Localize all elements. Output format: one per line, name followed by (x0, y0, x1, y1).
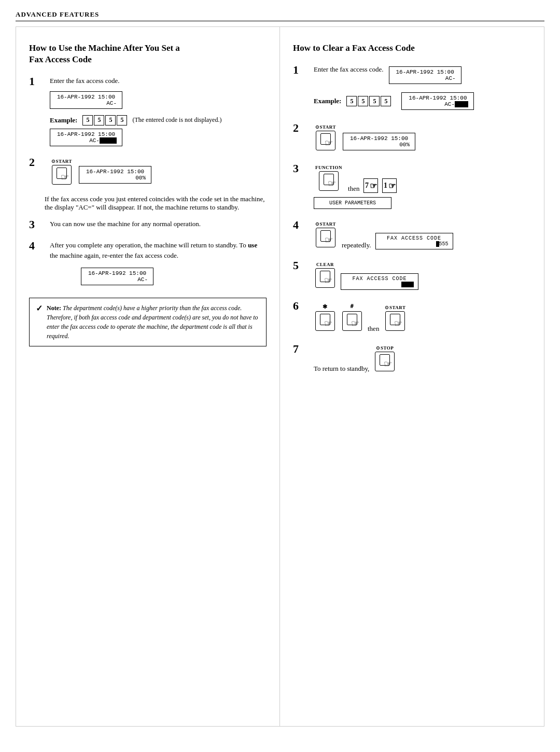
left-step-4-text: After you complete any operation, the ma… (50, 240, 267, 260)
right-step-6: 6 ✱ ☞ ＃ ☞ then (293, 300, 531, 333)
right-step-3-num: 3 (293, 163, 309, 174)
fax-access-display-2: FAX ACCESS CODE ■■■■ (341, 273, 418, 290)
left-step-1: 1 Enter the fax access code. 16-APR-1992… (29, 76, 267, 148)
stop-btn-body[interactable]: ☞ (375, 352, 395, 371)
right-step-2-content: ⊙START ☞ 16-APR-1992 15:00 00% (314, 122, 531, 152)
right-step-7-text: To return to standby, (314, 364, 369, 374)
start-button-body-left[interactable]: ☞ (52, 165, 72, 185)
start-btn-body-r6[interactable]: ☞ (385, 311, 405, 331)
start-btn-label-r4: ⊙START (315, 221, 336, 227)
hand-icon-hash: ☞ (351, 318, 359, 329)
left-step-4-content: After you complete any operation, the ma… (50, 240, 267, 287)
fax-access-display-1: FAX ACCESS CODE ■555 (375, 233, 453, 249)
right-step-2-display: 16-APR-1992 15:00 00% (343, 133, 415, 150)
start-button-right2[interactable]: ⊙START ☞ (315, 124, 336, 150)
user-params-text: USER PARAMETERS (329, 200, 376, 206)
left-step-4-display: 16-APR-1992 15:00 AC- (81, 268, 153, 285)
hand-icon-r6: ☞ (394, 318, 402, 329)
start-button-r6[interactable]: ⊙START ☞ (385, 305, 405, 331)
right-step-1-content: Enter the fax access code. 16-APR-1992 1… (314, 64, 531, 112)
note-text: Note: The department code(s) have a high… (47, 303, 260, 341)
r-example-box-2: 5 (358, 96, 368, 106)
fax-access-bottom-2: ■■■■ (345, 282, 414, 287)
right-step-5: 5 CLEAR ☞ FAX ACCESS CODE ■■■■ (293, 260, 531, 290)
star-button[interactable]: ✱ ☞ (315, 303, 335, 331)
example-box-2: 5 (94, 115, 104, 126)
hand-icon-r4: ☞ (325, 234, 333, 246)
start-button-r4[interactable]: ⊙START ☞ (315, 221, 336, 247)
right-step-2: 2 ⊙START ☞ 16-APR-1992 15:00 00% (293, 122, 531, 152)
start-btn-label-r2: ⊙START (315, 124, 336, 130)
display1-line1: 16-APR-1992 15:00 (55, 94, 117, 100)
start-btn-body-r4[interactable]: ☞ (316, 228, 335, 247)
right-step-4-num: 4 (293, 219, 309, 231)
hash-btn-label: ＃ (349, 302, 355, 310)
right-column: How to Clear a Fax Access Code 1 Enter t… (280, 27, 544, 726)
left-step-2-content: ⊙START ☞ 16-APR-1992 15:00 00% (50, 157, 267, 187)
left-step-2-num: 2 (29, 157, 45, 168)
num1-box[interactable]: 1 ☞ (382, 178, 397, 193)
clear-btn-body[interactable]: ☞ (315, 268, 335, 288)
stop-button[interactable]: ⊙STOP ☞ (375, 345, 395, 371)
start-button-left[interactable]: ⊙START ☞ (51, 159, 72, 185)
right-step-1-display1: 16-APR-1992 15:00 AC- (389, 66, 461, 84)
start-btn-label-r6: ⊙START (385, 305, 405, 310)
stop-btn-label: ⊙STOP (376, 345, 394, 351)
display3-line1: 16-APR-1992 15:00 (85, 169, 146, 175)
hand-icon-func: ☞ (328, 178, 336, 189)
r-example-box-4: 5 (381, 96, 391, 106)
hand-1: ☞ (388, 181, 396, 191)
clear-button[interactable]: CLEAR ☞ (315, 262, 335, 288)
left-step-2-display: 16-APR-1992 15:00 00% (79, 166, 151, 184)
left-step-1-display2: 16-APR-1992 15:00 AC-■■■■■ (50, 129, 122, 146)
display2-line2: AC-■■■■■ (55, 137, 117, 144)
header-title: ADVANCED FEATURES (16, 10, 99, 18)
star-btn-body[interactable]: ☞ (315, 311, 335, 331)
note-box: ✓ Note: The department code(s) have a hi… (29, 298, 267, 346)
num1-val: 1 (384, 182, 387, 190)
left-step-2-inner: ⊙START ☞ 16-APR-1992 15:00 00% (50, 157, 267, 187)
right-step-6-content: ✱ ☞ ＃ ☞ then ⊙START (314, 300, 531, 333)
left-column: How to Use the Machine After You Set a F… (16, 27, 280, 726)
display4-line2: AC- (87, 276, 148, 283)
r-example-box-3: 5 (369, 96, 380, 106)
left-paragraph: If the fax access code you just entered … (45, 195, 267, 212)
function-button[interactable]: FUNCTION ☞ (315, 165, 342, 191)
example-box-1: 5 (82, 115, 93, 126)
right-step-4: 4 ⊙START ☞ repeatedly. FAX ACCESS CODE ■… (293, 219, 531, 249)
user-params-display: USER PARAMETERS (314, 197, 391, 209)
hand-icon-start-left: ☞ (61, 172, 69, 183)
right-step-1: 1 Enter the fax access code. 16-APR-1992… (293, 64, 531, 112)
right-step-5-content: CLEAR ☞ FAX ACCESS CODE ■■■■ (314, 260, 531, 290)
function-btn-body[interactable]: ☞ (319, 171, 339, 191)
left-para-text: If the fax access code you just entered … (45, 195, 267, 212)
note-check-icon: ✓ (36, 303, 43, 341)
num7-box[interactable]: 7 ☞ (363, 178, 378, 193)
left-step-3: 3 You can now use the machine for any no… (29, 219, 267, 232)
start-button-label-left: ⊙START (51, 159, 72, 164)
num7-val: 7 (365, 182, 369, 190)
left-step-1-content: Enter the fax access code. 16-APR-1992 1… (50, 76, 267, 148)
fax-access-top-2: FAX ACCESS CODE (345, 276, 414, 282)
right-step-1-text: Enter the fax access code. (314, 64, 384, 75)
left-step-1-text: Enter the fax access code. (50, 76, 267, 86)
hand-icon-stop: ☞ (384, 358, 392, 370)
hash-btn-body[interactable]: ☞ (342, 311, 362, 331)
hash-button[interactable]: ＃ ☞ (342, 302, 362, 331)
right-step-4-content: ⊙START ☞ repeatedly. FAX ACCESS CODE ■55… (314, 219, 531, 249)
display3-line2: 00% (85, 175, 146, 181)
display2-line1: 16-APR-1992 15:00 (55, 131, 117, 137)
page-header: ADVANCED FEATURES (16, 10, 544, 21)
start-btn-body-r2[interactable]: ☞ (316, 131, 335, 150)
left-step-3-text: You can now use the machine for any norm… (50, 219, 267, 229)
right-step-6-num: 6 (293, 300, 309, 312)
star-btn-label: ✱ (323, 303, 328, 310)
note-body: The department code(s) have a higher pri… (47, 304, 258, 340)
left-step-4-num: 4 (29, 240, 45, 252)
left-step-1-num: 1 (29, 76, 45, 87)
right-step-7: 7 To return to standby, ⊙STOP ☞ (293, 343, 531, 373)
main-content: How to Use the Machine After You Set a F… (16, 26, 544, 727)
then-word-6: then (368, 325, 379, 333)
left-step-2: 2 ⊙START ☞ 16-APR-1992 15:00 00% (29, 157, 267, 187)
left-step-1-display1: 16-APR-1992 15:00 AC- (50, 91, 122, 109)
